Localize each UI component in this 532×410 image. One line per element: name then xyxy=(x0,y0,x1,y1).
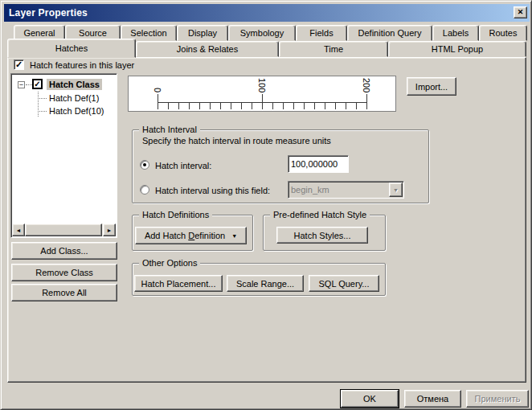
remove-all-button[interactable]: Remove All xyxy=(11,284,117,301)
ruler-label: 200 xyxy=(362,78,370,92)
field-combobox: begin_km ▼ xyxy=(288,181,404,199)
hatch-interval-input[interactable]: 100,000000 xyxy=(288,155,349,173)
group-title: Other Options xyxy=(139,258,200,268)
ruler-tick xyxy=(199,103,200,109)
hatch-class-tree[interactable]: − ✓ Hatch Class Hatch Def(1) Hatch Def(1… xyxy=(10,73,117,238)
ruler-tick xyxy=(272,103,273,109)
tab-joins-relates[interactable]: Joins & Relates xyxy=(136,41,279,57)
ruler-label: 0 xyxy=(153,88,162,92)
hatch-interval-radio[interactable] xyxy=(140,160,149,170)
ruler-tick xyxy=(304,103,305,109)
ruler-tick xyxy=(346,103,346,109)
scale-range-button[interactable]: Scale Range... xyxy=(227,275,304,292)
title-bar[interactable]: Layer Properties ✕ xyxy=(4,4,530,22)
ruler-tick xyxy=(168,103,169,109)
hatch-interval-description: Specify the hatch interval in route meas… xyxy=(142,136,331,146)
tree-item-hatch-class[interactable]: Hatch Class xyxy=(47,79,102,90)
ruler-tick xyxy=(283,103,284,109)
hatch-styles-button[interactable]: Hatch Styles... xyxy=(276,227,368,244)
tab-fields[interactable]: Fields xyxy=(296,25,347,41)
tree-connector xyxy=(26,84,32,85)
hatch-placement-button[interactable]: Hatch Placement... xyxy=(134,275,223,292)
tab-labels[interactable]: Labels xyxy=(432,25,479,41)
scroll-right-icon[interactable]: ► xyxy=(103,223,116,236)
ruler-tick xyxy=(241,103,242,109)
tree-connector xyxy=(38,92,39,117)
tab-symbology[interactable]: Symbology xyxy=(228,25,296,41)
chevron-down-icon: ▼ xyxy=(389,182,403,197)
group-title: Pre-defined Hatch Style xyxy=(270,210,370,219)
ruler-tick xyxy=(325,103,325,109)
tree-connector xyxy=(38,111,47,112)
tree-expander-icon[interactable]: − xyxy=(18,81,25,88)
ruler-tick xyxy=(262,94,263,109)
group-title: Hatch Interval xyxy=(139,125,200,134)
tree-connector xyxy=(38,98,47,99)
close-icon: ✕ xyxy=(518,9,524,16)
check-icon: ✓ xyxy=(34,80,40,88)
tab-html-popup[interactable]: HTML Popup xyxy=(388,41,526,57)
ruler-label: 100 xyxy=(257,78,266,92)
scroll-left-icon[interactable]: ◄ xyxy=(12,223,25,236)
tab-definition-query[interactable]: Definition Query xyxy=(347,25,432,41)
ruler-tick xyxy=(231,103,231,109)
scrollbar-thumb[interactable] xyxy=(25,223,102,236)
close-button[interactable]: ✕ xyxy=(514,6,527,18)
tree-horizontal-scrollbar[interactable]: ◄ ► xyxy=(12,223,116,236)
add-class-button[interactable]: Add Class... xyxy=(11,242,117,260)
ruler-tick xyxy=(366,94,367,109)
ruler-tick xyxy=(314,103,315,109)
import-button[interactable]: Import... xyxy=(407,77,456,96)
hatch-features-checkbox[interactable]: ✓ xyxy=(14,59,24,70)
ruler-tick xyxy=(220,103,221,109)
ok-button[interactable]: OK xyxy=(341,390,399,408)
ruler-tick xyxy=(210,103,211,109)
ruler-tick xyxy=(356,103,357,109)
tab-hatches[interactable]: Hatches xyxy=(7,39,136,58)
hatch-interval-radio-label: Hatch interval: xyxy=(155,161,211,170)
check-icon: ✓ xyxy=(15,60,23,69)
hatch-ruler: 0100200 xyxy=(128,76,396,112)
hatch-features-label: Hatch features in this layer xyxy=(30,60,134,70)
ruler-tick xyxy=(189,103,190,109)
ruler-tick xyxy=(335,103,336,109)
tree-item-hatch-def-10[interactable]: Hatch Def(10) xyxy=(49,106,104,116)
layer-properties-dialog: Layer Properties ✕ General Source Select… xyxy=(0,0,532,410)
cancel-button[interactable]: Отмена xyxy=(404,390,461,408)
hatch-interval-field-radio-label: Hatch interval using this field: xyxy=(155,186,270,195)
tab-time[interactable]: Time xyxy=(279,41,388,57)
chevron-down-icon: ▼ xyxy=(231,233,237,239)
window-title: Layer Properties xyxy=(9,7,88,18)
remove-class-button[interactable]: Remove Class xyxy=(11,264,117,281)
tab-display[interactable]: Display xyxy=(177,25,228,41)
ruler-tick xyxy=(158,94,158,109)
sql-query-button[interactable]: SQL Query... xyxy=(309,275,379,292)
tab-routes[interactable]: Routes xyxy=(479,25,527,41)
ruler-tick xyxy=(252,103,252,109)
apply-button: Применить xyxy=(466,390,529,408)
hatch-interval-field-radio[interactable] xyxy=(140,185,149,195)
tree-root-checkbox[interactable]: ✓ xyxy=(32,79,43,89)
ruler-tick xyxy=(178,103,179,109)
tree-item-hatch-def-1[interactable]: Hatch Def(1) xyxy=(49,93,99,103)
ruler-tick xyxy=(293,103,294,109)
group-title: Hatch Definitions xyxy=(139,210,212,219)
add-hatch-definition-button[interactable]: Add Hatch Definition ▼ xyxy=(135,227,247,244)
